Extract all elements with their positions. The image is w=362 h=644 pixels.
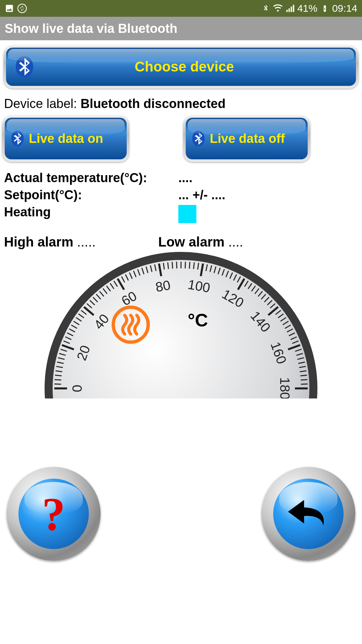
battery-percent: 41% <box>297 3 317 14</box>
svg-line-7 <box>55 380 61 380</box>
choose-device-button[interactable]: Choose device <box>3 45 359 89</box>
actual-temp-value: .... <box>178 171 192 185</box>
sync-icon <box>17 4 27 13</box>
setpoint-value: ... +/- .... <box>178 188 225 202</box>
app-bar: Show live data via Bluetooth <box>0 17 362 40</box>
svg-line-48 <box>172 262 173 269</box>
low-alarm-value: .... <box>228 234 243 249</box>
svg-line-53 <box>193 262 194 269</box>
device-status-row: Device label: Bluetooth disconnected <box>2 95 360 112</box>
status-time: 09:14 <box>332 3 357 14</box>
low-alarm-label: Low alarm <box>158 234 225 249</box>
svg-line-92 <box>300 375 307 376</box>
bluetooth-icon <box>189 129 208 148</box>
svg-line-49 <box>177 262 177 268</box>
choose-device-label: Choose device <box>36 59 356 75</box>
back-arrow-icon <box>282 487 335 541</box>
bluetooth-icon <box>261 4 270 13</box>
actual-temp-label: Actual temperature(°C): <box>4 171 178 185</box>
question-icon: ? <box>42 487 65 541</box>
cell-signal-icon <box>285 4 295 13</box>
live-data-off-button[interactable]: Live data off <box>183 115 310 162</box>
live-on-label: Live data on <box>27 131 127 146</box>
svg-line-51 <box>185 262 185 268</box>
back-button[interactable] <box>261 467 355 561</box>
svg-line-94 <box>301 384 308 384</box>
setpoint-label: Setpoint(°C): <box>4 188 178 202</box>
device-label-prefix: Device label: <box>4 97 80 111</box>
device-status: Bluetooth disconnected <box>80 97 226 111</box>
svg-text:0: 0 <box>70 385 84 392</box>
svg-text:180: 180 <box>278 377 292 398</box>
svg-line-52 <box>189 262 190 269</box>
heating-label: Heating <box>4 205 178 223</box>
high-alarm-value: ..... <box>77 234 96 249</box>
wifi-icon <box>273 4 283 13</box>
svg-text:80: 80 <box>154 277 171 294</box>
heating-value: .... <box>178 205 196 223</box>
gauge-unit: °C <box>188 310 208 330</box>
svg-line-8 <box>55 375 62 376</box>
bluetooth-icon <box>13 55 36 78</box>
status-bar: 41% 09:14 <box>0 0 362 17</box>
high-alarm-label: High alarm <box>4 234 73 249</box>
page-title: Show live data via Bluetooth <box>5 21 177 36</box>
svg-line-93 <box>301 380 307 380</box>
svg-line-47 <box>168 262 168 269</box>
svg-point-4 <box>49 256 313 398</box>
svg-line-6 <box>54 384 61 384</box>
image-icon <box>5 4 14 13</box>
live-off-label: Live data off <box>208 131 308 146</box>
svg-point-0 <box>18 4 26 13</box>
bluetooth-icon <box>8 129 27 148</box>
battery-charging-icon <box>320 4 329 13</box>
temperature-gauge: 020406080100120140160180 °C <box>44 251 318 398</box>
live-data-on-button[interactable]: Live data on <box>2 115 129 162</box>
help-button[interactable]: ? <box>7 467 101 561</box>
